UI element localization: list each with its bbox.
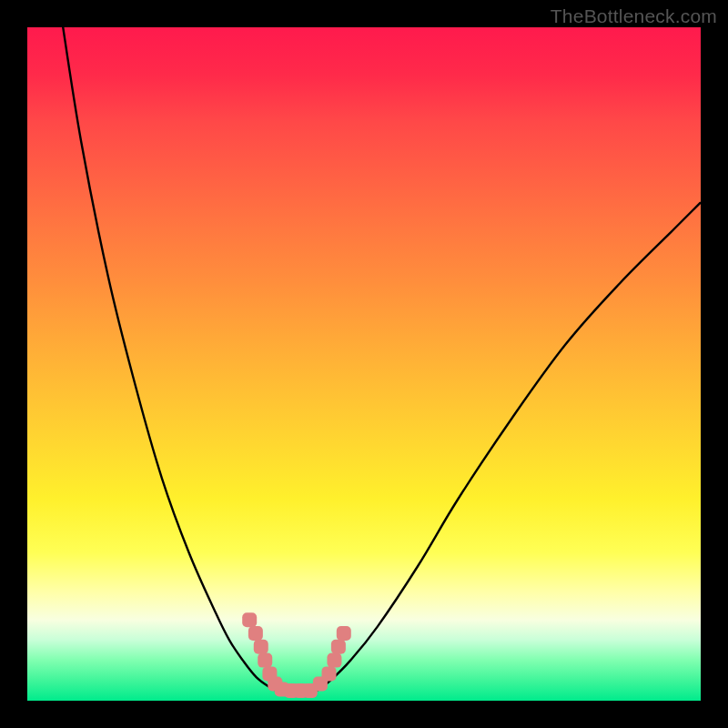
highlight-marker [254,640,268,654]
highlight-marker [337,626,351,641]
left-branch-line [61,14,277,691]
chart-svg [27,27,701,701]
curve-group [61,14,701,691]
highlight-marker [322,666,337,681]
chart-frame: TheBottleneck.com [0,0,728,728]
right-branch-line [317,202,701,691]
highlight-marker [242,612,257,627]
highlight-marker [331,640,346,654]
highlight-marker [258,653,272,668]
highlight-marker [248,626,263,641]
highlight-marker [327,653,341,668]
marker-group [242,612,351,698]
watermark-text: TheBottleneck.com [551,5,717,27]
